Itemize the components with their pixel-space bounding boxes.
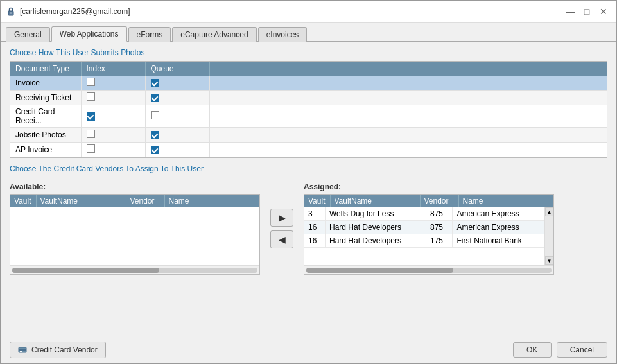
assigned-table-row[interactable]: 16Hard Hat Developers875American Express xyxy=(304,221,544,234)
name-cell: American Express xyxy=(453,221,544,234)
doc-table-row[interactable]: Invoice xyxy=(10,76,607,91)
credit-card-icon xyxy=(18,345,28,355)
title-text: [carlislemorgan225@gmail.com] xyxy=(20,7,130,16)
queue-cell xyxy=(145,128,209,143)
index-checkbox[interactable] xyxy=(87,144,95,153)
tab-web-applications[interactable]: Web Applications xyxy=(51,26,127,42)
assigned-vscrollbar[interactable]: ▲ ▼ xyxy=(544,207,553,265)
bottom-bar: Credit Card Vendor OK Cancel xyxy=(1,336,616,363)
assigned-table-wrapper: Vault VaultName Vendor Name 3Wells Dug xyxy=(304,194,554,275)
as-th-name: Name xyxy=(458,195,553,207)
doc-type-cell: Jobsite Photos xyxy=(10,128,81,143)
move-right-button[interactable]: ▶ xyxy=(270,209,293,227)
assigned-list-body[interactable]: 3Wells Dug for Less875American Express16… xyxy=(304,207,544,265)
assigned-panel: Assigned: Vault VaultName Vendor Name xyxy=(304,182,554,275)
index-cell xyxy=(81,76,145,91)
index-checkbox[interactable] xyxy=(87,112,95,121)
tab-einvoices[interactable]: eInvoices xyxy=(258,27,308,42)
minimize-button[interactable]: — xyxy=(562,4,578,19)
doc-table-row[interactable]: Jobsite Photos xyxy=(10,128,607,143)
doc-table-row[interactable]: Receiving Ticket xyxy=(10,91,607,105)
queue-cell xyxy=(145,91,209,105)
vscroll-track xyxy=(545,216,554,256)
tab-bar: General Web Applications eForms eCapture… xyxy=(1,23,616,42)
assigned-vscroll-wrapper: 3Wells Dug for Less875American Express16… xyxy=(304,207,553,265)
th-index: Index xyxy=(81,62,145,76)
submit-photos-section: Choose How This User Submits Photos Docu… xyxy=(10,48,607,158)
vaultname-cell: Wells Dug for Less xyxy=(325,207,426,221)
vendor-section: Choose The Credit Card Vendors To Assign… xyxy=(10,164,607,275)
index-cell xyxy=(81,128,145,143)
th-doc-type: Document Type xyxy=(10,62,81,76)
tab-eforms[interactable]: eForms xyxy=(128,27,171,42)
doc-table-row[interactable]: Credit Card Recei... xyxy=(10,105,607,128)
index-checkbox[interactable] xyxy=(87,92,95,101)
arrow-buttons: ▶ ◀ xyxy=(265,209,299,248)
available-hscrollbar[interactable] xyxy=(12,268,257,273)
doc-type-cell: Receiving Ticket xyxy=(10,91,81,105)
doc-table-row[interactable]: AP Invoice xyxy=(10,143,607,157)
title-bar-left: [carlislemorgan225@gmail.com] xyxy=(6,6,130,17)
extra-cell xyxy=(209,91,607,105)
title-bar: [carlislemorgan225@gmail.com] — □ ✕ xyxy=(1,1,616,23)
dialog-buttons: OK Cancel xyxy=(513,342,607,358)
vscroll-down-btn[interactable]: ▼ xyxy=(545,256,554,265)
queue-checkbox[interactable] xyxy=(151,131,159,139)
as-th-vendor: Vendor xyxy=(420,195,458,207)
extra-cell xyxy=(209,76,607,91)
vendor-section-label: Choose The Credit Card Vendors To Assign… xyxy=(10,164,607,173)
tab-ecapture-advanced[interactable]: eCapture Advanced xyxy=(172,27,256,42)
tab-general[interactable]: General xyxy=(6,27,50,42)
main-content: Choose How This User Submits Photos Docu… xyxy=(1,42,616,336)
queue-checkbox[interactable] xyxy=(151,79,159,87)
vendor-cell: 875 xyxy=(426,207,453,221)
av-th-vault: Vault xyxy=(10,195,36,207)
index-checkbox[interactable] xyxy=(87,130,95,138)
queue-checkbox[interactable] xyxy=(151,94,159,102)
vendor-cell: 875 xyxy=(426,221,453,234)
assigned-hscrollbar[interactable] xyxy=(306,268,552,273)
queue-checkbox[interactable] xyxy=(151,111,159,119)
assigned-label: Assigned: xyxy=(304,182,554,191)
cancel-button[interactable]: Cancel xyxy=(557,342,607,358)
available-table-header: Vault VaultName Vendor Name xyxy=(10,195,259,207)
main-window: [carlislemorgan225@gmail.com] — □ ✕ Gene… xyxy=(0,0,617,364)
vaultname-cell: Hard Hat Developers xyxy=(325,221,426,234)
svg-rect-4 xyxy=(20,351,22,352)
assigned-table: 3Wells Dug for Less875American Express16… xyxy=(304,207,544,248)
vaultname-cell: Hard Hat Developers xyxy=(325,234,426,248)
close-button[interactable]: ✕ xyxy=(596,4,611,19)
svg-rect-3 xyxy=(19,349,26,351)
ok-button[interactable]: OK xyxy=(513,342,552,358)
left-arrow-icon: ◀ xyxy=(279,234,286,245)
vscroll-up-btn[interactable]: ▲ xyxy=(545,207,554,216)
as-th-vaultname: VaultName xyxy=(330,195,420,207)
submit-photos-label: Choose How This User Submits Photos xyxy=(10,48,607,57)
doc-type-cell: Credit Card Recei... xyxy=(10,105,81,128)
index-cell xyxy=(81,105,145,128)
th-queue: Queue xyxy=(145,62,209,76)
lock-icon xyxy=(6,6,16,17)
index-checkbox[interactable] xyxy=(87,78,95,86)
assigned-scrollbar-row xyxy=(304,265,553,274)
doc-type-table-container: Document Type Index Queue InvoiceReceivi… xyxy=(10,61,607,158)
queue-checkbox[interactable] xyxy=(151,146,159,154)
assigned-table-row[interactable]: 3Wells Dug for Less875American Express xyxy=(304,207,544,221)
assigned-hscrollbar-thumb xyxy=(306,268,453,273)
name-cell: First National Bank xyxy=(453,234,544,248)
credit-card-vendor-button[interactable]: Credit Card Vendor xyxy=(10,342,106,358)
available-table-wrapper: Vault VaultName Vendor Name xyxy=(10,194,260,275)
doc-type-table: Document Type Index Queue InvoiceReceivi… xyxy=(10,62,607,157)
maximize-button[interactable]: □ xyxy=(579,4,595,19)
available-list-body[interactable] xyxy=(10,207,259,265)
av-th-vaultname: VaultName xyxy=(36,195,126,207)
extra-cell xyxy=(209,105,607,128)
index-cell xyxy=(81,143,145,157)
as-th-vault: Vault xyxy=(304,195,330,207)
av-th-name: Name xyxy=(164,195,259,207)
assigned-table-row[interactable]: 16Hard Hat Developers175First National B… xyxy=(304,234,544,248)
queue-cell xyxy=(145,76,209,91)
move-left-button[interactable]: ◀ xyxy=(270,230,293,248)
available-label: Available: xyxy=(10,182,260,191)
extra-cell xyxy=(209,143,607,157)
